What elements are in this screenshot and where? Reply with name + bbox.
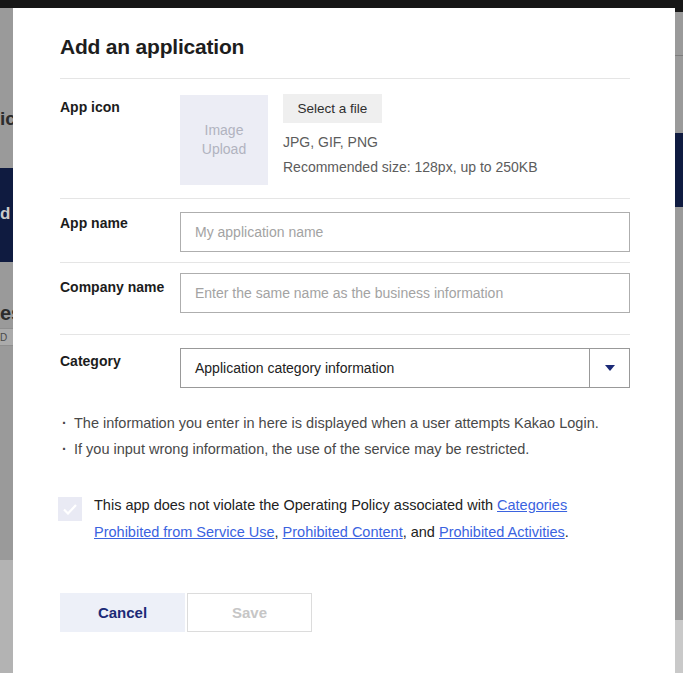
- image-upload-placeholder: Image Upload: [196, 121, 252, 159]
- background-left-gray-band: [0, 346, 13, 560]
- background-right-light-band: [675, 620, 683, 673]
- bullet-icon: [62, 410, 74, 436]
- background-clipped-text: D: [0, 332, 7, 343]
- background-clipped-text: d: [0, 204, 10, 224]
- link-prohibited-activities[interactable]: Prohibited Activities: [439, 524, 565, 540]
- background-right-divider: [675, 55, 683, 56]
- row-divider: [60, 334, 630, 335]
- background-left-gray-band: es: [0, 262, 13, 328]
- info-note-line: The information you enter in here is dis…: [62, 410, 642, 436]
- app-icon-label: App icon: [60, 97, 172, 117]
- bullet-icon: [62, 436, 74, 462]
- cancel-button[interactable]: Cancel: [60, 593, 185, 632]
- add-application-modal: Add an application App icon Image Upload…: [13, 8, 675, 673]
- recommended-size-text: Recommended size: 128px, up to 250KB: [283, 159, 538, 175]
- info-note-text: If you input wrong information, the use …: [74, 436, 529, 462]
- policy-agreement-text: This app does not violate the Operating …: [94, 492, 626, 546]
- info-notes: The information you enter in here is dis…: [62, 410, 642, 462]
- allowed-formats-text: JPG, GIF, PNG: [283, 134, 378, 150]
- chevron-down-icon: [605, 365, 615, 371]
- app-name-label: App name: [60, 213, 172, 233]
- background-clipped-text: es: [0, 302, 13, 325]
- check-icon: [63, 504, 77, 515]
- category-select-arrow-button[interactable]: [589, 349, 629, 387]
- select-file-button[interactable]: Select a file: [283, 94, 382, 123]
- policy-checkbox[interactable]: [58, 497, 82, 521]
- category-select-value: Application category information: [181, 360, 589, 376]
- background-left-gray-band: ic: [0, 8, 13, 168]
- category-label: Category: [60, 351, 172, 371]
- policy-separator: ,: [275, 524, 283, 540]
- policy-text-start: This app does not violate the Operating …: [94, 497, 497, 513]
- policy-text-end: .: [565, 524, 569, 540]
- policy-separator: , and: [403, 524, 439, 540]
- company-name-input[interactable]: [180, 273, 630, 313]
- save-button[interactable]: Save: [187, 593, 312, 632]
- link-prohibited-content[interactable]: Prohibited Content: [283, 524, 403, 540]
- background-page-left-strip: ic d es D: [0, 8, 13, 673]
- company-name-label: Company name: [60, 277, 172, 297]
- row-divider: [60, 198, 630, 199]
- app-name-input[interactable]: [180, 212, 630, 252]
- info-note-text: The information you enter in here is dis…: [74, 410, 599, 436]
- background-right-navy-band: [675, 133, 683, 207]
- category-select[interactable]: Application category information: [180, 348, 630, 388]
- background-left-navy-band: d: [0, 168, 13, 262]
- background-left-light-band: [0, 560, 13, 673]
- background-clipped-text: ic: [0, 108, 13, 130]
- info-note-line: If you input wrong information, the use …: [62, 436, 642, 462]
- modal-title: Add an application: [60, 35, 244, 59]
- title-divider: [60, 78, 630, 79]
- background-page-topbar: [0, 0, 683, 8]
- background-page-right-strip: [675, 0, 683, 673]
- row-divider: [60, 262, 630, 263]
- background-left-breadcrumb-band: D: [0, 328, 13, 346]
- image-upload-dropzone[interactable]: Image Upload: [180, 95, 268, 185]
